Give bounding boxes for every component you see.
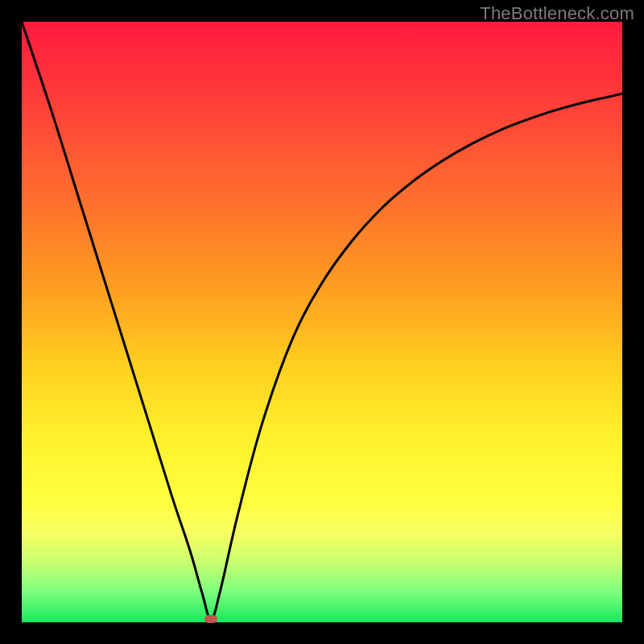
chart-frame: TheBottleneck.com [0, 0, 644, 644]
bottleneck-curve [22, 22, 622, 622]
chart-plot-area [22, 22, 622, 622]
trough-marker [204, 615, 217, 623]
watermark-text: TheBottleneck.com [480, 3, 634, 24]
curve-path [22, 22, 622, 619]
